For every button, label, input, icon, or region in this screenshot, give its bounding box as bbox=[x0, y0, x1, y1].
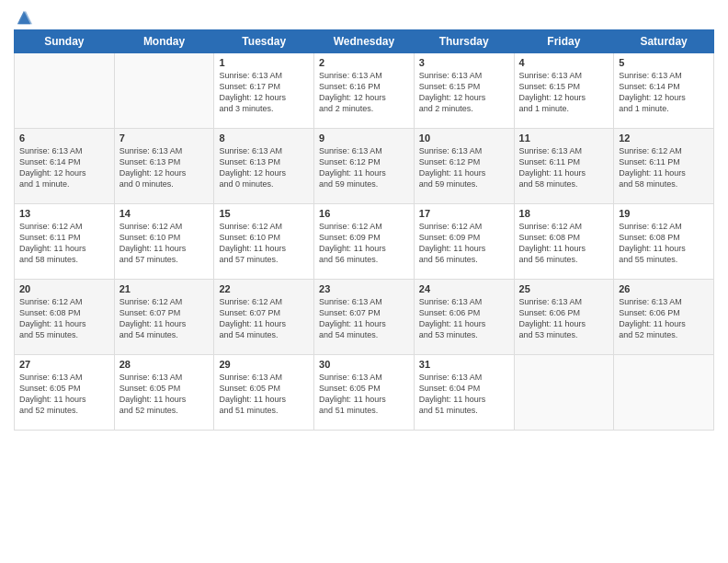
calendar-cell bbox=[614, 355, 714, 431]
calendar-cell: 3Sunrise: 6:13 AMSunset: 6:15 PMDaylight… bbox=[414, 53, 514, 129]
calendar-cell: 24Sunrise: 6:13 AMSunset: 6:06 PMDayligh… bbox=[414, 280, 514, 355]
cell-info-text: Sunrise: 6:13 AMSunset: 6:05 PMDaylight:… bbox=[119, 372, 210, 417]
day-header-tuesday: Tuesday bbox=[214, 30, 314, 53]
cell-info-text: Sunrise: 6:12 AMSunset: 6:07 PMDaylight:… bbox=[119, 296, 210, 341]
header bbox=[14, 9, 714, 22]
calendar-cell: 21Sunrise: 6:12 AMSunset: 6:07 PMDayligh… bbox=[114, 280, 214, 355]
day-header-saturday: Saturday bbox=[614, 30, 714, 53]
calendar-cell: 12Sunrise: 6:12 AMSunset: 6:11 PMDayligh… bbox=[614, 129, 714, 204]
cell-date-number: 8 bbox=[219, 132, 309, 144]
calendar-cell bbox=[114, 53, 214, 129]
cell-info-text: Sunrise: 6:13 AMSunset: 6:14 PMDaylight:… bbox=[619, 70, 709, 115]
calendar-cell: 19Sunrise: 6:12 AMSunset: 6:08 PMDayligh… bbox=[614, 204, 714, 280]
calendar-cell: 17Sunrise: 6:12 AMSunset: 6:09 PMDayligh… bbox=[414, 204, 514, 280]
calendar-cell: 11Sunrise: 6:13 AMSunset: 6:11 PMDayligh… bbox=[514, 129, 614, 204]
cell-info-text: Sunrise: 6:13 AMSunset: 6:13 PMDaylight:… bbox=[219, 145, 309, 190]
cell-info-text: Sunrise: 6:13 AMSunset: 6:15 PMDaylight:… bbox=[419, 70, 509, 115]
cell-date-number: 9 bbox=[319, 132, 409, 144]
cell-date-number: 26 bbox=[619, 283, 709, 294]
calendar-cell: 22Sunrise: 6:12 AMSunset: 6:07 PMDayligh… bbox=[214, 280, 314, 355]
calendar-cell: 30Sunrise: 6:13 AMSunset: 6:05 PMDayligh… bbox=[314, 355, 415, 431]
cell-date-number: 19 bbox=[619, 208, 709, 219]
cell-date-number: 3 bbox=[419, 57, 509, 68]
cell-date-number: 4 bbox=[519, 57, 609, 68]
cell-info-text: Sunrise: 6:13 AMSunset: 6:07 PMDaylight:… bbox=[319, 296, 409, 341]
calendar-cell: 31Sunrise: 6:13 AMSunset: 6:04 PMDayligh… bbox=[414, 355, 514, 431]
main-container: SundayMondayTuesdayWednesdayThursdayFrid… bbox=[0, 0, 728, 440]
cell-info-text: Sunrise: 6:12 AMSunset: 6:08 PMDaylight:… bbox=[519, 221, 609, 266]
cell-info-text: Sunrise: 6:12 AMSunset: 6:08 PMDaylight:… bbox=[19, 296, 109, 341]
cell-date-number: 6 bbox=[19, 132, 109, 144]
calendar-cell: 14Sunrise: 6:12 AMSunset: 6:10 PMDayligh… bbox=[114, 204, 214, 280]
cell-info-text: Sunrise: 6:13 AMSunset: 6:14 PMDaylight:… bbox=[19, 145, 109, 190]
cell-date-number: 28 bbox=[119, 359, 210, 370]
calendar-cell bbox=[514, 355, 614, 431]
cell-info-text: Sunrise: 6:12 AMSunset: 6:08 PMDaylight:… bbox=[619, 221, 709, 266]
cell-date-number: 1 bbox=[219, 57, 309, 68]
day-header-friday: Friday bbox=[514, 30, 614, 53]
calendar-cell: 29Sunrise: 6:13 AMSunset: 6:05 PMDayligh… bbox=[214, 355, 314, 431]
calendar-cell: 5Sunrise: 6:13 AMSunset: 6:14 PMDaylight… bbox=[614, 53, 714, 129]
calendar-cell: 20Sunrise: 6:12 AMSunset: 6:08 PMDayligh… bbox=[15, 280, 115, 355]
cell-date-number: 27 bbox=[19, 359, 109, 370]
calendar-cell: 25Sunrise: 6:13 AMSunset: 6:06 PMDayligh… bbox=[514, 280, 614, 355]
calendar-cell: 1Sunrise: 6:13 AMSunset: 6:17 PMDaylight… bbox=[214, 53, 314, 129]
cell-info-text: Sunrise: 6:12 AMSunset: 6:10 PMDaylight:… bbox=[219, 221, 309, 266]
cell-date-number: 15 bbox=[219, 208, 309, 219]
cell-info-text: Sunrise: 6:13 AMSunset: 6:15 PMDaylight:… bbox=[519, 70, 609, 115]
calendar-table: SundayMondayTuesdayWednesdayThursdayFrid… bbox=[14, 29, 714, 431]
cell-info-text: Sunrise: 6:12 AMSunset: 6:11 PMDaylight:… bbox=[619, 145, 709, 190]
cell-info-text: Sunrise: 6:13 AMSunset: 6:05 PMDaylight:… bbox=[319, 372, 409, 417]
calendar-cell: 23Sunrise: 6:13 AMSunset: 6:07 PMDayligh… bbox=[314, 280, 415, 355]
cell-info-text: Sunrise: 6:13 AMSunset: 6:12 PMDaylight:… bbox=[319, 145, 409, 190]
calendar-cell: 15Sunrise: 6:12 AMSunset: 6:10 PMDayligh… bbox=[214, 204, 314, 280]
cell-info-text: Sunrise: 6:13 AMSunset: 6:16 PMDaylight:… bbox=[319, 70, 409, 115]
cell-date-number: 7 bbox=[119, 132, 210, 144]
day-header-monday: Monday bbox=[114, 30, 214, 53]
calendar-cell: 6Sunrise: 6:13 AMSunset: 6:14 PMDaylight… bbox=[15, 129, 115, 204]
logo-icon bbox=[16, 9, 32, 26]
calendar-cell: 27Sunrise: 6:13 AMSunset: 6:05 PMDayligh… bbox=[15, 355, 115, 431]
cell-info-text: Sunrise: 6:13 AMSunset: 6:13 PMDaylight:… bbox=[119, 145, 210, 190]
cell-info-text: Sunrise: 6:13 AMSunset: 6:17 PMDaylight:… bbox=[219, 70, 309, 115]
calendar-cell: 9Sunrise: 6:13 AMSunset: 6:12 PMDaylight… bbox=[314, 129, 415, 204]
cell-info-text: Sunrise: 6:12 AMSunset: 6:09 PMDaylight:… bbox=[419, 221, 509, 266]
cell-date-number: 31 bbox=[419, 359, 509, 370]
cell-date-number: 24 bbox=[419, 283, 509, 294]
cell-date-number: 5 bbox=[619, 57, 709, 68]
cell-info-text: Sunrise: 6:13 AMSunset: 6:06 PMDaylight:… bbox=[619, 296, 709, 341]
cell-info-text: Sunrise: 6:13 AMSunset: 6:05 PMDaylight:… bbox=[19, 372, 109, 417]
cell-info-text: Sunrise: 6:13 AMSunset: 6:04 PMDaylight:… bbox=[419, 372, 509, 417]
calendar-cell: 26Sunrise: 6:13 AMSunset: 6:06 PMDayligh… bbox=[614, 280, 714, 355]
cell-date-number: 16 bbox=[319, 208, 409, 219]
cell-date-number: 23 bbox=[319, 283, 409, 294]
cell-date-number: 22 bbox=[219, 283, 309, 294]
cell-date-number: 12 bbox=[619, 132, 709, 144]
cell-date-number: 11 bbox=[519, 132, 609, 144]
cell-info-text: Sunrise: 6:13 AMSunset: 6:11 PMDaylight:… bbox=[519, 145, 609, 190]
cell-date-number: 13 bbox=[19, 208, 109, 219]
cell-date-number: 25 bbox=[519, 283, 609, 294]
cell-date-number: 18 bbox=[519, 208, 609, 219]
day-header-thursday: Thursday bbox=[414, 30, 514, 53]
cell-info-text: Sunrise: 6:13 AMSunset: 6:06 PMDaylight:… bbox=[419, 296, 509, 341]
cell-date-number: 30 bbox=[319, 359, 409, 370]
cell-info-text: Sunrise: 6:13 AMSunset: 6:06 PMDaylight:… bbox=[519, 296, 609, 341]
calendar-cell: 28Sunrise: 6:13 AMSunset: 6:05 PMDayligh… bbox=[114, 355, 214, 431]
cell-date-number: 20 bbox=[19, 283, 109, 294]
calendar-cell: 8Sunrise: 6:13 AMSunset: 6:13 PMDaylight… bbox=[214, 129, 314, 204]
cell-info-text: Sunrise: 6:12 AMSunset: 6:07 PMDaylight:… bbox=[219, 296, 309, 341]
calendar-cell: 4Sunrise: 6:13 AMSunset: 6:15 PMDaylight… bbox=[514, 53, 614, 129]
cell-date-number: 10 bbox=[419, 132, 509, 144]
calendar-cell: 7Sunrise: 6:13 AMSunset: 6:13 PMDaylight… bbox=[114, 129, 214, 204]
calendar-cell bbox=[15, 53, 115, 129]
logo bbox=[14, 9, 32, 22]
cell-info-text: Sunrise: 6:12 AMSunset: 6:09 PMDaylight:… bbox=[319, 221, 409, 266]
cell-date-number: 14 bbox=[119, 208, 210, 219]
cell-info-text: Sunrise: 6:13 AMSunset: 6:05 PMDaylight:… bbox=[219, 372, 309, 417]
cell-info-text: Sunrise: 6:12 AMSunset: 6:11 PMDaylight:… bbox=[19, 221, 109, 266]
calendar-cell: 10Sunrise: 6:13 AMSunset: 6:12 PMDayligh… bbox=[414, 129, 514, 204]
calendar-cell: 2Sunrise: 6:13 AMSunset: 6:16 PMDaylight… bbox=[314, 53, 415, 129]
cell-info-text: Sunrise: 6:12 AMSunset: 6:10 PMDaylight:… bbox=[119, 221, 210, 266]
day-header-sunday: Sunday bbox=[15, 30, 115, 53]
